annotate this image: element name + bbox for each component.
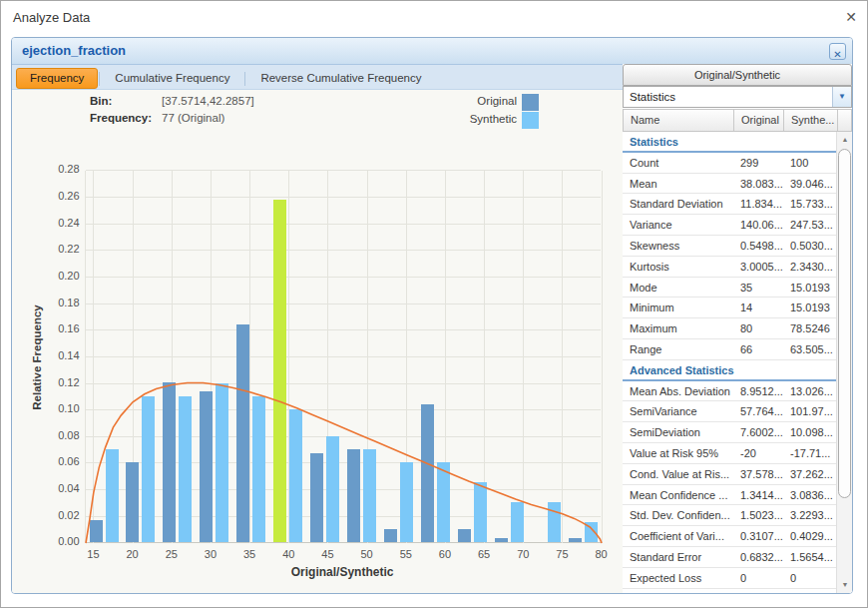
stat-value-original: 140.06... bbox=[733, 215, 783, 235]
frequency-label: Frequency: bbox=[90, 112, 152, 124]
table-row[interactable]: Value at Risk 95%-20-17.71... bbox=[623, 443, 836, 464]
bar-highlighted[interactable] bbox=[273, 200, 286, 542]
bar-synthetic[interactable] bbox=[142, 396, 155, 543]
table-row[interactable]: Minimum1415.0193 bbox=[623, 298, 836, 318]
table-row[interactable]: Std. Dev. Confiden...1.5023...3.2293... bbox=[623, 505, 836, 526]
bar-original[interactable] bbox=[347, 449, 360, 543]
stat-name: Variance bbox=[623, 215, 733, 235]
bar-synthetic[interactable] bbox=[289, 409, 302, 542]
tab-cumulative-frequency[interactable]: Cumulative Frequency bbox=[101, 68, 243, 89]
bar-synthetic[interactable] bbox=[474, 482, 487, 542]
table-row[interactable]: Mean Abs. Deviation8.9512...13.026... bbox=[623, 381, 836, 402]
stat-name: Kurtosis bbox=[623, 257, 733, 277]
bar-synthetic[interactable] bbox=[216, 383, 228, 543]
bar-synthetic[interactable] bbox=[548, 502, 561, 542]
table-row[interactable]: Expected Loss00 bbox=[623, 568, 836, 589]
table-row[interactable]: SemiDeviation7.6002...10.098... bbox=[623, 422, 836, 443]
stats-section-header: Advanced Statistics bbox=[623, 360, 836, 381]
stat-value-synthetic: -17.71... bbox=[783, 443, 836, 463]
chevron-down-icon[interactable]: ▼ bbox=[832, 87, 851, 107]
stat-value-original: 35 bbox=[733, 278, 783, 298]
x-tick-label: 55 bbox=[391, 548, 421, 560]
x-tick-label: 65 bbox=[469, 548, 499, 560]
table-row[interactable]: Mode3515.0193 bbox=[623, 278, 836, 299]
bar-original[interactable] bbox=[126, 462, 139, 542]
table-row[interactable]: Maximum8078.5246 bbox=[623, 318, 836, 339]
stat-value-synthetic: 0.5030... bbox=[783, 236, 836, 256]
bar-original[interactable] bbox=[384, 529, 397, 542]
stat-value-synthetic: 15.0193 bbox=[783, 278, 836, 298]
bar-synthetic[interactable] bbox=[511, 502, 524, 542]
table-row[interactable]: Kurtosis3.0005...2.3430... bbox=[623, 257, 836, 278]
column-header-original[interactable]: Original bbox=[734, 110, 784, 131]
scrollbar-thumb[interactable] bbox=[838, 149, 851, 498]
bar-synthetic[interactable] bbox=[106, 449, 119, 542]
column-header-synthetic[interactable]: Synthe... bbox=[784, 110, 837, 131]
tab-reverse-cumulative-frequency[interactable]: Reverse Cumulative Frequency bbox=[246, 68, 435, 89]
x-tick-label: 45 bbox=[312, 548, 342, 560]
x-tick-label: 50 bbox=[352, 548, 382, 560]
tab-frequency[interactable]: Frequency bbox=[16, 68, 98, 89]
bar-original[interactable] bbox=[310, 453, 323, 542]
bar-original[interactable] bbox=[90, 520, 103, 542]
bar-original[interactable] bbox=[200, 391, 213, 542]
scroll-down-icon[interactable]: ▼ bbox=[837, 577, 853, 593]
table-row[interactable]: Mean Confidence ...1.3414...3.0836... bbox=[623, 485, 836, 506]
bar-synthetic[interactable] bbox=[363, 449, 376, 542]
y-tick-label: 0.00 bbox=[22, 535, 80, 547]
table-row[interactable]: Range6663.505... bbox=[623, 339, 836, 360]
grid-line-vertical bbox=[93, 171, 94, 543]
y-tick-label: 0.28 bbox=[22, 163, 80, 175]
bar-synthetic[interactable] bbox=[585, 522, 598, 542]
legend-swatch-original bbox=[522, 94, 539, 111]
bar-synthetic[interactable] bbox=[179, 396, 192, 543]
bar-synthetic[interactable] bbox=[326, 436, 339, 543]
table-row[interactable]: Expected Loss Ratio00 bbox=[623, 589, 836, 593]
stat-value-original: 299 bbox=[733, 153, 783, 173]
stat-value-synthetic: 101.97... bbox=[783, 401, 836, 421]
table-row[interactable]: Standard Deviation11.834...15.733... bbox=[623, 194, 836, 215]
bar-original[interactable] bbox=[236, 324, 249, 542]
table-row[interactable]: Cond. Value at Ris...37.578...37.262... bbox=[623, 464, 836, 485]
table-row[interactable]: SemiVariance57.764...101.97... bbox=[623, 401, 836, 422]
x-tick-label: 35 bbox=[234, 548, 264, 560]
window-close-icon[interactable]: ✕ bbox=[845, 8, 857, 26]
stat-name: Std. Dev. Confiden... bbox=[623, 505, 733, 525]
table-row[interactable]: Count299100 bbox=[623, 153, 836, 174]
stat-name: Standard Deviation bbox=[623, 194, 733, 214]
stat-value-synthetic: 0 bbox=[783, 568, 836, 588]
legend-item-original[interactable]: Original bbox=[391, 94, 581, 111]
stat-value-original: 11.834... bbox=[733, 194, 783, 214]
table-row[interactable]: Coefficient of Vari...0.3107...0.4029... bbox=[623, 526, 836, 547]
table-row[interactable]: Variance140.06...247.53... bbox=[623, 215, 836, 236]
panel-close-button[interactable]: ✕ bbox=[829, 43, 846, 60]
bar-original[interactable] bbox=[421, 404, 434, 542]
bar-synthetic[interactable] bbox=[400, 462, 413, 542]
scrollbar[interactable]: ▲ ▼ bbox=[836, 132, 852, 593]
table-row[interactable]: Skewness0.5498...0.5030... bbox=[623, 236, 836, 257]
y-tick-label: 0.20 bbox=[22, 270, 80, 282]
bar-original[interactable] bbox=[163, 382, 176, 542]
bar-synthetic[interactable] bbox=[437, 462, 450, 542]
bar-original[interactable] bbox=[569, 538, 582, 542]
bar-original[interactable] bbox=[458, 529, 471, 542]
table-row[interactable]: Standard Error0.6832...1.5654... bbox=[623, 547, 836, 568]
statistics-dropdown[interactable]: Statistics ▼ bbox=[623, 86, 852, 108]
scroll-up-icon[interactable]: ▲ bbox=[837, 132, 853, 148]
stat-name: Mean Abs. Deviation bbox=[623, 381, 733, 401]
stat-name: SemiVariance bbox=[623, 401, 733, 421]
bar-original[interactable] bbox=[495, 538, 508, 542]
stat-name: Count bbox=[623, 153, 733, 173]
stat-value-original: 0 bbox=[733, 568, 783, 588]
legend-item-synthetic[interactable]: Synthetic bbox=[391, 112, 581, 129]
stat-value-original: 7.6002... bbox=[733, 422, 783, 442]
table-row[interactable]: Mean38.083...39.046... bbox=[623, 174, 836, 195]
column-header-name[interactable]: Name bbox=[624, 110, 734, 131]
bar-synthetic[interactable] bbox=[252, 396, 265, 543]
stat-name: Maximum bbox=[623, 318, 733, 338]
stat-name: Value at Risk 95% bbox=[623, 443, 733, 463]
stat-value-synthetic: 0 bbox=[783, 589, 836, 593]
x-tick-label: 30 bbox=[196, 548, 225, 560]
ejection-fraction-panel: ejection_fraction ✕ Frequency Cumulative… bbox=[11, 37, 853, 594]
stats-panel-header[interactable]: Original/Synthetic bbox=[623, 64, 852, 86]
